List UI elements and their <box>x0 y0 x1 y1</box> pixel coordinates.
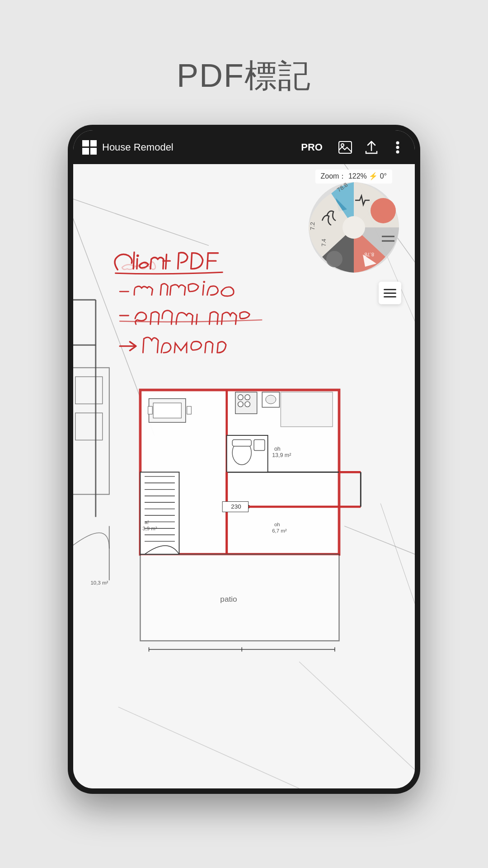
svg-text:a!: a! <box>145 519 149 525</box>
svg-rect-80 <box>140 554 339 641</box>
hamburger-line <box>384 292 396 294</box>
svg-text:13,9 m²: 13,9 m² <box>272 452 291 458</box>
svg-point-4 <box>396 150 399 153</box>
zoom-value: 122% <box>348 172 367 180</box>
zoom-label: Zoom： <box>321 172 347 180</box>
svg-text:7.2: 7.2 <box>309 222 316 230</box>
svg-point-3 <box>396 146 399 149</box>
svg-point-33 <box>136 255 139 257</box>
zoom-icon: ⚡ <box>369 172 380 180</box>
svg-text:oh: oh <box>274 446 281 452</box>
svg-rect-64 <box>232 440 251 446</box>
svg-point-58 <box>245 401 250 406</box>
pro-badge: PRO <box>301 142 323 153</box>
phone-wrapper: House Remodel PRO <box>68 125 420 794</box>
radial-menu[interactable]: 8.78 7.4 <box>306 180 401 275</box>
svg-text:7.4: 7.4 <box>321 239 327 246</box>
page-title: PDF標記 <box>177 54 311 98</box>
upload-icon[interactable] <box>363 139 380 156</box>
svg-rect-65 <box>254 440 265 451</box>
top-bar: House Remodel PRO <box>73 130 415 164</box>
image-icon[interactable] <box>337 139 353 156</box>
svg-rect-36 <box>140 472 179 554</box>
svg-point-30 <box>343 216 365 239</box>
svg-text:3,9 m²: 3,9 m² <box>142 526 157 531</box>
svg-rect-52 <box>148 406 153 414</box>
svg-text:10,3 m²: 10,3 m² <box>90 580 108 585</box>
hamburger-line <box>384 289 396 290</box>
svg-rect-51 <box>153 403 181 418</box>
hamburger-button[interactable] <box>379 282 401 304</box>
grid-icon[interactable] <box>82 140 97 155</box>
svg-text:230: 230 <box>231 503 241 510</box>
svg-point-56 <box>245 395 250 400</box>
svg-point-23 <box>371 198 396 223</box>
svg-point-57 <box>238 401 243 406</box>
svg-point-1 <box>341 144 344 146</box>
hamburger-line <box>384 296 396 297</box>
svg-point-34 <box>203 281 205 283</box>
svg-rect-0 <box>339 142 352 153</box>
top-icons <box>337 139 406 156</box>
zoom-rotation: 0° <box>380 172 387 180</box>
svg-text:6,7 m²: 6,7 m² <box>272 528 287 533</box>
more-icon[interactable] <box>389 139 406 156</box>
floor-plan: 230 oh 13,9 m² a! 3,9 m² oh 6,7 m² <box>87 386 401 775</box>
svg-text:8.78: 8.78 <box>365 252 374 257</box>
phone-frame: House Remodel PRO <box>68 125 420 794</box>
svg-rect-61 <box>281 392 333 427</box>
svg-text:patio: patio <box>220 594 237 604</box>
svg-point-55 <box>238 395 243 400</box>
svg-line-5 <box>73 191 209 245</box>
phone-screen: House Remodel PRO <box>73 130 415 788</box>
svg-point-2 <box>396 141 399 144</box>
app-title: House Remodel <box>102 142 296 153</box>
svg-rect-53 <box>187 406 192 414</box>
svg-point-60 <box>266 395 276 404</box>
svg-point-28 <box>326 251 343 267</box>
svg-text:oh: oh <box>274 522 280 527</box>
content-area: Zoom： 122% ⚡ 0° <box>73 164 415 788</box>
